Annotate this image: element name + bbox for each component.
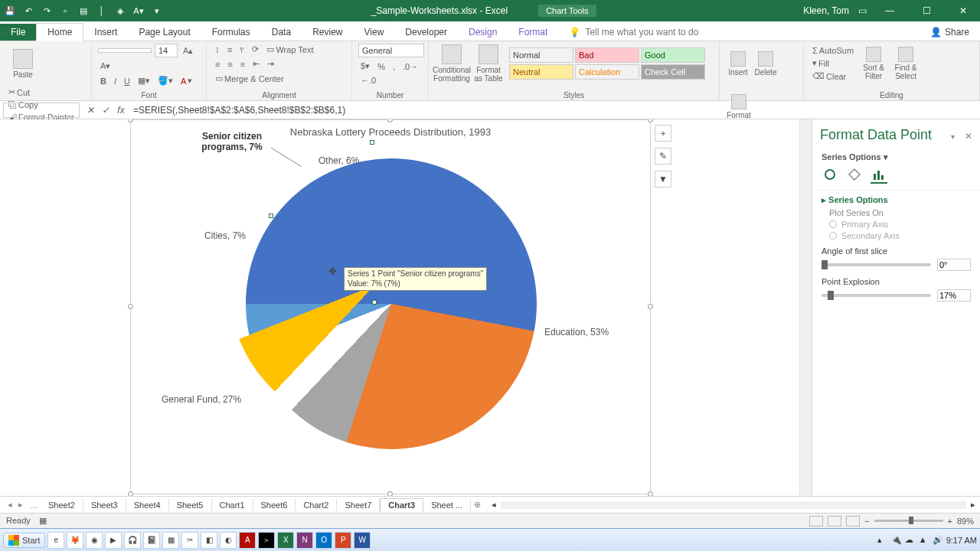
resize-handle[interactable] (648, 491, 653, 496)
find-select-button[interactable]: Find & Select (891, 44, 920, 83)
sort-filter-button[interactable]: Sort & Filter (859, 44, 888, 83)
start-button[interactable]: Start (3, 533, 45, 548)
vertical-scrollbar[interactable] (799, 119, 812, 496)
sheet-tab[interactable]: Chart1 (212, 499, 253, 511)
normal-view-icon[interactable] (809, 516, 823, 527)
tab-formulas[interactable]: Formulas (201, 24, 261, 41)
sheet-tab[interactable]: Sheet7 (337, 499, 380, 511)
taskbar-snip-icon[interactable]: ✂ (181, 532, 198, 549)
tab-page-layout[interactable]: Page Layout (128, 24, 201, 41)
style-good[interactable]: Good (641, 47, 705, 63)
label-cities[interactable]: Cities, 7% (204, 230, 246, 241)
merge-center-button[interactable]: ▭ Merge & Center (213, 73, 286, 84)
tray-sync-icon[interactable]: ☁ (905, 535, 916, 546)
style-check-cell[interactable]: Check Cell (641, 64, 705, 80)
fill-button[interactable]: ▾ Fill (810, 57, 856, 69)
taskbar-onenote-icon[interactable]: N (296, 532, 313, 549)
taskbar-outlook-icon[interactable]: O (315, 532, 332, 549)
delete-cells-button[interactable]: Delete (753, 44, 778, 83)
sheet-nav-more-icon[interactable]: … (26, 500, 41, 510)
angle-slider[interactable] (822, 263, 931, 266)
tab-developer[interactable]: Developer (394, 24, 458, 41)
insert-cells-button[interactable]: Insert (726, 44, 750, 83)
sheet-tab[interactable]: Sheet ... (423, 499, 471, 511)
tab-review[interactable]: Review (302, 24, 353, 41)
format-as-table-button[interactable]: Format as Table (472, 44, 505, 83)
taskbar-media-icon[interactable]: ▶ (105, 532, 122, 549)
increase-font-icon[interactable]: A▴ (181, 45, 195, 57)
sheet-tab[interactable]: Chart2 (296, 499, 337, 511)
macro-record-icon[interactable]: ▦ (39, 516, 47, 525)
minimize-button[interactable]: — (876, 0, 903, 21)
taskbar-calc-icon[interactable]: ▦ (162, 532, 179, 549)
fill-line-tab-icon[interactable] (822, 167, 838, 184)
align-bot-icon[interactable]: ⫯ (237, 44, 247, 55)
save-icon[interactable]: 💾 (3, 4, 17, 18)
sheet-tab[interactable]: Sheet6 (253, 499, 296, 511)
taskbar-word-icon[interactable]: W (354, 532, 371, 549)
orientation-icon[interactable]: ⟳ (250, 44, 261, 55)
number-format-select[interactable]: General (358, 44, 424, 57)
cut-button[interactable]: ✂ Cut (6, 86, 77, 98)
tab-design[interactable]: Design (458, 24, 508, 41)
dec-decimal-icon[interactable]: ←.0 (358, 75, 378, 86)
cancel-formula-icon[interactable]: ✕ (83, 105, 98, 116)
taskbar-app2-icon[interactable]: ◐ (220, 532, 237, 549)
quickprint-icon[interactable]: ▤ (77, 4, 90, 18)
italic-button[interactable]: I (112, 76, 119, 86)
zoom-out-icon[interactable]: − (864, 517, 869, 526)
tab-home[interactable]: Home (36, 23, 83, 41)
style-normal[interactable]: Normal (509, 47, 573, 63)
tell-me-search[interactable]: 💡 Tell me what you want to do (558, 24, 709, 41)
zoom-slider[interactable] (874, 520, 943, 522)
align-mid-icon[interactable]: ≡ (225, 44, 234, 55)
resize-handle[interactable] (387, 119, 393, 122)
tab-data[interactable]: Data (261, 24, 302, 41)
align-left-icon[interactable]: ≡ (213, 59, 222, 70)
explosion-slider[interactable] (822, 294, 931, 297)
taskbar-app-icon[interactable]: ◧ (201, 532, 217, 549)
taskbar-excel-icon[interactable]: X (277, 532, 294, 549)
style-neutral[interactable]: Neutral (509, 64, 573, 80)
font-family-select[interactable] (98, 48, 152, 53)
sheet-tab[interactable]: Sheet4 (126, 499, 169, 511)
effects-tab-icon[interactable] (846, 167, 863, 184)
resize-handle[interactable] (648, 304, 653, 309)
inc-decimal-icon[interactable]: .0→ (400, 61, 420, 72)
tab-format[interactable]: Format (508, 24, 558, 41)
new-icon[interactable]: ▫ (58, 4, 72, 18)
undo-icon[interactable]: ↶ (21, 4, 35, 18)
ribbon-options-icon[interactable]: ▭ (858, 5, 867, 16)
tray-drive-icon[interactable]: ▲ (919, 535, 929, 546)
font-size-select[interactable]: 14 (155, 44, 178, 57)
resize-handle[interactable] (128, 119, 133, 122)
pane-subtitle[interactable]: Series Options (822, 152, 881, 161)
resize-handle[interactable] (128, 491, 133, 496)
formula-input[interactable]: =SERIES(,Sheet8!$A$2:$A$6,Sheet8!$B$2:$B… (129, 105, 980, 116)
fill-color-button[interactable]: 🪣▾ (155, 75, 175, 86)
paste-button[interactable]: Paste (6, 44, 40, 83)
comma-icon[interactable]: , (390, 61, 397, 72)
maximize-button[interactable]: ☐ (913, 0, 940, 21)
series-options-tab-icon[interactable] (871, 167, 887, 184)
tab-insert[interactable]: Insert (83, 24, 128, 41)
tab-view[interactable]: View (354, 24, 395, 41)
sheet-tab-active[interactable]: Chart3 (380, 498, 423, 512)
horizontal-scrollbar[interactable]: ◂▸ (492, 500, 975, 510)
sheet-tab[interactable]: Sheet3 (83, 499, 126, 511)
taskbar-acrobat-icon[interactable]: A (239, 532, 256, 549)
font-icon[interactable]: A▾ (132, 4, 145, 18)
chart-styles-button[interactable]: ✎ (655, 148, 671, 165)
label-senior[interactable]: Senior citizen programs, 7% (186, 131, 278, 152)
tray-clock[interactable]: 9:17 AM (946, 536, 977, 545)
conditional-formatting-button[interactable]: Conditional Formatting (435, 44, 469, 83)
pane-options-icon[interactable]: ▾ (951, 132, 955, 141)
pane-close-icon[interactable]: ✕ (965, 131, 972, 142)
tray-power-icon[interactable]: 🔌 (891, 535, 902, 546)
tray-volume-icon[interactable]: 🔊 (933, 535, 943, 546)
zoom-level[interactable]: 89% (957, 517, 974, 526)
angle-input[interactable] (937, 259, 971, 271)
currency-icon[interactable]: $▾ (358, 60, 372, 72)
qat-customize-icon[interactable]: ▾ (150, 4, 164, 18)
taskbar-powerpoint-icon[interactable]: P (335, 532, 351, 549)
